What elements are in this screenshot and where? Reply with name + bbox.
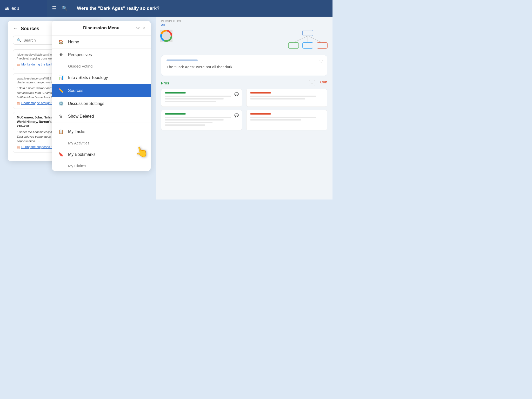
cons-label: Con	[315, 80, 327, 86]
menu-item-discussion-settings[interactable]: ⚙️ Discussion Settings	[52, 97, 151, 110]
menu-item-my-activities[interactable]: My Activities	[52, 138, 151, 148]
pros-header: Pros +	[161, 80, 315, 86]
arg-text-1	[165, 96, 231, 97]
arg-text-4	[165, 117, 231, 118]
menu-item-sources[interactable]: ✏️ Sources	[52, 84, 151, 97]
topology-diagram	[286, 30, 332, 51]
pro-argument-card-2: 💬	[161, 110, 242, 130]
pro-bar-2	[165, 113, 186, 115]
menu-item-sources-label: Sources	[68, 88, 83, 93]
pro-bar-1	[165, 92, 186, 94]
con-text-1	[250, 96, 316, 97]
menu-item-show-deleted[interactable]: 🗑 Show Deleted	[52, 110, 151, 123]
menu-item-show-deleted-label: Show Deleted	[68, 114, 94, 119]
arg-text-3	[165, 101, 216, 102]
nav-bar: ☰ 🔍 Were the "Dark Ages" really so dark?	[47, 0, 332, 17]
argument-cards-row-1: 💬	[156, 89, 332, 110]
con-argument-card-1	[246, 89, 327, 107]
search-box-icon: 🔍	[17, 38, 21, 42]
menu-divider	[52, 124, 151, 124]
main-card-bar	[167, 59, 198, 61]
discussion-menu-code-button[interactable]: <>	[136, 26, 140, 30]
perspectives-icon: 👁	[58, 52, 64, 57]
menu-item-discussion-settings-label: Discussion Settings	[68, 101, 104, 106]
top-navigation: ≋ edu ☰ 🔍 Were the "Dark Ages" really so…	[0, 0, 332, 17]
search-icon[interactable]: 🔍	[62, 5, 68, 11]
discussion-menu-header: Discussion Menu <> ×	[52, 21, 151, 36]
menu-item-my-bookmarks-label: My Bookmarks	[68, 152, 96, 157]
con-argument-card-2	[246, 110, 327, 130]
menu-item-my-activities-label: My Activities	[68, 141, 90, 145]
logo-area[interactable]: ≋ edu	[0, 0, 47, 17]
logo-text: edu	[11, 6, 19, 11]
menu-item-guided-voting-label: Guided Voting	[68, 64, 92, 68]
discussion-menu-header-actions: <> ×	[136, 26, 145, 30]
pro-argument-card-1: 💬	[161, 89, 242, 107]
con-text-2	[250, 98, 305, 99]
page-title: Were the "Dark Ages" really so dark?	[77, 6, 159, 11]
chat-icon-1: 💬	[234, 92, 239, 96]
bookmarks-icon: 🔖	[58, 152, 64, 157]
source-link-icon-3: ▤	[17, 145, 20, 149]
source-link-icon-2: ▤	[17, 102, 20, 105]
menu-item-perspectives-label: Perspectives	[68, 52, 92, 57]
arg-text-7	[165, 124, 205, 126]
svg-rect-6	[288, 43, 299, 48]
pie-chart-area	[160, 30, 172, 43]
home-icon: 🏠	[58, 39, 64, 44]
panel-header-left: ← Sources	[13, 26, 39, 31]
svg-rect-7	[303, 43, 313, 48]
svg-rect-8	[317, 43, 327, 48]
perspective-label: PERSPECTIVE	[161, 20, 327, 23]
menu-item-perspectives[interactable]: 👁 Perspectives	[52, 49, 151, 61]
menu-item-guided-voting[interactable]: Guided Voting	[52, 61, 151, 71]
info-stats-icon: 📊	[58, 75, 64, 80]
svg-rect-5	[303, 30, 313, 36]
svg-line-11	[308, 36, 322, 43]
menu-item-my-claims-label: My Claims	[68, 164, 86, 168]
pros-label: Pros	[161, 81, 169, 85]
back-button[interactable]: ←	[13, 26, 18, 31]
sources-title: Sources	[21, 26, 39, 31]
heart-icon[interactable]: ♡	[319, 59, 323, 64]
source-link-icon-1: ▤	[17, 63, 20, 66]
pros-add-button[interactable]: +	[309, 80, 315, 86]
perspective-bar: PERSPECTIVE All	[156, 17, 332, 29]
tasks-icon: 📋	[58, 129, 64, 134]
menu-item-home[interactable]: 🏠 Home	[52, 36, 151, 49]
main-card-text: The "Dark Ages" were not all that dark	[167, 64, 322, 70]
con-text-4	[250, 119, 301, 121]
menu-item-my-claims[interactable]: My Claims	[52, 161, 151, 171]
svg-line-9	[294, 36, 308, 43]
arg-text-2	[165, 98, 224, 99]
con-bar-1	[250, 92, 271, 94]
argument-cards-row-2: 💬	[156, 110, 332, 134]
menu-item-info-stats-label: Info / Stats / Topology	[68, 75, 108, 80]
settings-icon: ⚙️	[58, 101, 64, 106]
deleted-icon: 🗑	[58, 114, 64, 119]
con-text-3	[250, 117, 316, 118]
logo-icon: ≋	[4, 5, 9, 12]
main-argument-card: ♡ The "Dark Ages" were not all that dark	[161, 55, 327, 76]
menu-item-info-stats[interactable]: 📊 Info / Stats / Topology	[52, 71, 151, 84]
con-bar-2	[250, 113, 271, 115]
chat-icon-2: 💬	[234, 113, 239, 117]
discussion-menu-title: Discussion Menu	[83, 25, 119, 31]
arg-text-5	[165, 119, 224, 121]
sources-icon: ✏️	[58, 88, 64, 93]
arg-text-6	[165, 122, 212, 123]
hamburger-icon[interactable]: ☰	[52, 5, 57, 11]
discussion-menu-close-button[interactable]: ×	[143, 26, 145, 30]
menu-item-home-label: Home	[68, 40, 79, 44]
menu-item-my-tasks[interactable]: 📋 My Tasks	[52, 125, 151, 138]
pros-cons-header: Pros + Con	[156, 80, 332, 86]
perspective-all[interactable]: All	[161, 23, 327, 27]
main-content: PERSPECTIVE All ♡	[156, 17, 332, 200]
menu-item-my-tasks-label: My Tasks	[68, 129, 85, 134]
